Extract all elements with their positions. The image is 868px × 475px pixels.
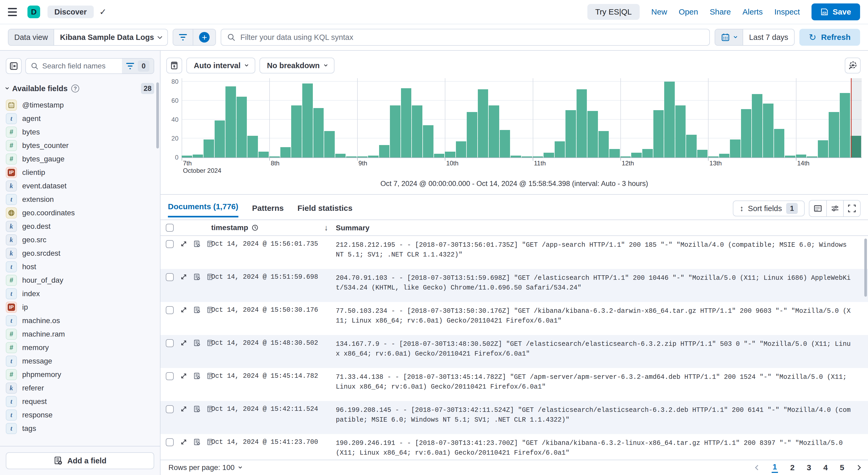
try-esql-button[interactable]: Try ES|QL: [587, 4, 640, 20]
field-item-clientip[interactable]: IPclientip: [6, 166, 157, 179]
histogram-bar[interactable]: [719, 154, 730, 157]
histogram-bar[interactable]: [642, 149, 653, 157]
field-item-geosrcdest[interactable]: kgeo.srcdest: [6, 246, 157, 260]
degraded-doc-icon[interactable]: [193, 240, 200, 247]
alerts-link[interactable]: Alerts: [743, 7, 763, 17]
histogram-bar[interactable]: [489, 106, 499, 157]
tab-patterns[interactable]: Patterns: [252, 204, 284, 217]
histogram-bar[interactable]: [609, 149, 620, 157]
page-button-1[interactable]: 1: [772, 462, 778, 473]
histogram-bar[interactable]: [730, 140, 741, 157]
help-icon[interactable]: ?: [71, 85, 79, 92]
expand-row-icon[interactable]: [180, 372, 187, 380]
histogram-bar[interactable]: [544, 153, 554, 157]
row-checkbox[interactable]: [166, 306, 174, 314]
open-link[interactable]: Open: [679, 7, 698, 17]
histogram-bar[interactable]: [258, 152, 269, 157]
histogram-bar[interactable]: [796, 154, 806, 157]
previous-page-icon[interactable]: [755, 465, 760, 470]
histogram-bar[interactable]: [215, 120, 225, 157]
histogram-bar[interactable]: [467, 112, 477, 157]
document-row[interactable]: Oct 14, 2024 @ 15:48:30.502134.167.7.9 -…: [160, 335, 868, 368]
histogram-bar[interactable]: [280, 147, 291, 157]
histogram-bar[interactable]: [313, 108, 324, 157]
histogram-bar[interactable]: [204, 140, 214, 157]
kql-search-box[interactable]: [221, 29, 710, 46]
document-row[interactable]: Oct 14, 2024 @ 15:45:14.78271.33.44.138 …: [160, 368, 868, 401]
degraded-doc-icon[interactable]: [193, 372, 200, 380]
histogram-bar[interactable]: [675, 106, 686, 157]
menu-icon[interactable]: [8, 4, 23, 19]
rows-per-page-button[interactable]: Rows per page: 100: [168, 464, 242, 472]
grid-scrollbar[interactable]: [864, 239, 867, 297]
histogram-bar[interactable]: [401, 88, 411, 157]
share-link[interactable]: Share: [710, 7, 731, 17]
histogram-bar[interactable]: [500, 130, 510, 157]
sidebar-scrollbar[interactable]: [156, 82, 159, 148]
timestamp-column-header[interactable]: timestamp: [211, 224, 324, 232]
date-picker-calendar-button[interactable]: [715, 29, 743, 45]
histogram-bar[interactable]: [577, 89, 587, 157]
field-item-response[interactable]: tresponse: [6, 408, 157, 422]
field-item-memory[interactable]: #memory: [6, 341, 157, 354]
field-item-eventdataset[interactable]: kevent.dataset: [6, 179, 157, 192]
histogram-bar[interactable]: [335, 154, 346, 157]
document-row[interactable]: Oct 14, 2024 @ 15:42:11.52496.199.208.14…: [160, 401, 868, 434]
field-item-bytes_gauge[interactable]: #bytes_gauge: [6, 152, 157, 166]
add-field-button[interactable]: Add a field: [6, 452, 154, 469]
field-search-input[interactable]: [42, 62, 122, 70]
histogram-bar[interactable]: [631, 153, 642, 157]
histogram-bar[interactable]: [390, 106, 401, 157]
kql-search-input[interactable]: [240, 33, 704, 42]
page-button-5[interactable]: 5: [840, 463, 844, 472]
field-item-tags[interactable]: ttags: [6, 422, 157, 435]
expand-row-icon[interactable]: [180, 438, 187, 446]
tab-field-statistics[interactable]: Field statistics: [298, 204, 352, 217]
row-checkbox[interactable]: [166, 438, 174, 446]
time-range-value[interactable]: Last 7 days: [743, 29, 794, 45]
field-item-phpmemory[interactable]: #phpmemory: [6, 368, 157, 381]
field-item-ip[interactable]: IPip: [6, 300, 157, 314]
field-item-bytes_counter[interactable]: #bytes_counter: [6, 139, 157, 152]
row-checkbox[interactable]: [166, 372, 174, 380]
histogram-bars[interactable]: [182, 78, 862, 157]
row-checkbox[interactable]: [166, 405, 174, 413]
histogram-bar[interactable]: [445, 152, 455, 157]
save-button[interactable]: Save: [811, 3, 860, 20]
page-button-3[interactable]: 3: [807, 463, 811, 472]
breakdown-dropdown[interactable]: No breakdown: [259, 58, 335, 73]
field-item-extension[interactable]: textension: [6, 192, 157, 206]
histogram-bar[interactable]: [368, 156, 378, 157]
histogram-bar[interactable]: [555, 141, 565, 157]
field-item-referer[interactable]: kreferer: [6, 381, 157, 395]
field-item-index[interactable]: tindex: [6, 287, 157, 300]
new-link[interactable]: New: [651, 7, 667, 17]
histogram-bar[interactable]: [587, 111, 598, 157]
degraded-doc-icon[interactable]: [193, 273, 200, 280]
document-row[interactable]: Oct 14, 2024 @ 15:41:23.700190.209.246.1…: [160, 434, 868, 460]
field-filter-button[interactable]: 0: [122, 59, 154, 73]
histogram-bar[interactable]: [225, 86, 236, 157]
histogram-bar[interactable]: [193, 154, 203, 157]
data-view-picker[interactable]: Data view Kibana Sample Data Logs: [8, 29, 168, 46]
histogram-bar[interactable]: [741, 109, 751, 157]
histogram-bar[interactable]: [664, 82, 675, 157]
saved-query-filter-button[interactable]: [173, 29, 193, 45]
sort-direction-icon[interactable]: ↓: [324, 223, 336, 232]
histogram-bar[interactable]: [456, 141, 466, 157]
add-filter-button[interactable]: +: [193, 29, 215, 45]
summary-column-header[interactable]: Summary: [336, 223, 868, 233]
field-item-geocoordinates[interactable]: geo.coordinates: [6, 206, 157, 219]
histogram-bar[interactable]: [302, 84, 313, 157]
document-row[interactable]: Oct 14, 2024 @ 15:50:30.17677.50.103.234…: [160, 302, 868, 335]
checkmark-icon[interactable]: ✓: [99, 7, 107, 17]
histogram-bar[interactable]: [434, 154, 444, 157]
histogram-bar[interactable]: [653, 110, 664, 157]
page-button-4[interactable]: 4: [824, 463, 828, 472]
histogram-bar[interactable]: [785, 156, 796, 157]
field-item-timestamp[interactable]: @timestamp: [6, 98, 157, 112]
breadcrumb[interactable]: Discover: [48, 5, 94, 18]
inspect-link[interactable]: Inspect: [774, 7, 800, 17]
histogram-bar-partial[interactable]: [850, 136, 861, 158]
expand-row-icon[interactable]: [180, 240, 187, 247]
